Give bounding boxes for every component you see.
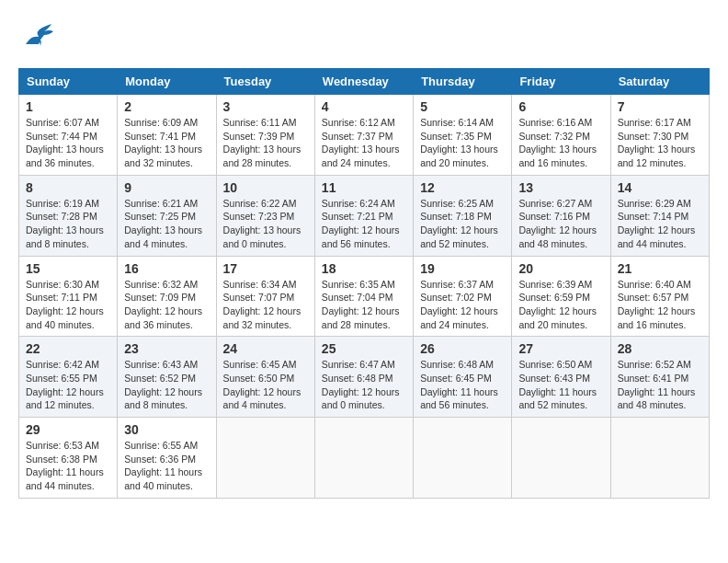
day-info: Sunrise: 6:47 AM Sunset: 6:48 PM Dayligh…: [322, 358, 406, 412]
page-header: [18, 18, 710, 59]
calendar-week-2: 8Sunrise: 6:19 AM Sunset: 7:28 PM Daylig…: [19, 175, 710, 256]
day-number: 3: [223, 99, 308, 114]
calendar-cell: 12Sunrise: 6:25 AM Sunset: 7:18 PM Dayli…: [414, 175, 512, 256]
calendar-cell: 6Sunrise: 6:16 AM Sunset: 7:32 PM Daylig…: [512, 95, 610, 176]
calendar-cell: [314, 418, 413, 499]
calendar-cell: 3Sunrise: 6:11 AM Sunset: 7:39 PM Daylig…: [216, 95, 314, 176]
calendar-cell: 28Sunrise: 6:52 AM Sunset: 6:41 PM Dayli…: [610, 337, 709, 418]
day-number: 29: [26, 422, 110, 437]
calendar-cell: 10Sunrise: 6:22 AM Sunset: 7:23 PM Dayli…: [216, 175, 314, 256]
calendar-week-3: 15Sunrise: 6:30 AM Sunset: 7:11 PM Dayli…: [19, 256, 710, 337]
day-info: Sunrise: 6:16 AM Sunset: 7:32 PM Dayligh…: [518, 116, 603, 170]
calendar-cell: 17Sunrise: 6:34 AM Sunset: 7:07 PM Dayli…: [216, 256, 314, 337]
calendar-cell: [216, 418, 314, 499]
calendar-header-saturday: Saturday: [610, 69, 709, 95]
day-number: 6: [518, 99, 603, 114]
day-info: Sunrise: 6:19 AM Sunset: 7:28 PM Dayligh…: [26, 197, 110, 251]
day-number: 5: [420, 99, 505, 114]
day-info: Sunrise: 6:32 AM Sunset: 7:09 PM Dayligh…: [124, 278, 209, 332]
calendar-cell: 30Sunrise: 6:55 AM Sunset: 6:36 PM Dayli…: [118, 418, 216, 499]
calendar-cell: 9Sunrise: 6:21 AM Sunset: 7:25 PM Daylig…: [118, 175, 216, 256]
calendar-cell: 2Sunrise: 6:09 AM Sunset: 7:41 PM Daylig…: [118, 95, 216, 176]
calendar-header-friday: Friday: [512, 69, 610, 95]
calendar-cell: [512, 418, 610, 499]
day-number: 24: [223, 341, 308, 356]
day-info: Sunrise: 6:40 AM Sunset: 6:57 PM Dayligh…: [618, 278, 702, 332]
logo-icon: [18, 18, 59, 59]
calendar-header-wednesday: Wednesday: [314, 69, 413, 95]
calendar-cell: 5Sunrise: 6:14 AM Sunset: 7:35 PM Daylig…: [414, 95, 512, 176]
calendar-cell: 23Sunrise: 6:43 AM Sunset: 6:52 PM Dayli…: [118, 337, 216, 418]
calendar-header-tuesday: Tuesday: [216, 69, 314, 95]
calendar-cell: [610, 418, 709, 499]
calendar-header-sunday: Sunday: [19, 69, 118, 95]
day-number: 1: [26, 99, 110, 114]
day-number: 4: [322, 99, 406, 114]
day-number: 9: [124, 180, 209, 195]
day-number: 25: [322, 341, 406, 356]
day-number: 22: [26, 341, 110, 356]
calendar-cell: 21Sunrise: 6:40 AM Sunset: 6:57 PM Dayli…: [610, 256, 709, 337]
day-number: 14: [618, 180, 702, 195]
day-info: Sunrise: 6:43 AM Sunset: 6:52 PM Dayligh…: [124, 358, 209, 412]
day-number: 21: [618, 261, 702, 276]
calendar-cell: 29Sunrise: 6:53 AM Sunset: 6:38 PM Dayli…: [19, 418, 118, 499]
day-info: Sunrise: 6:12 AM Sunset: 7:37 PM Dayligh…: [322, 116, 406, 170]
calendar-table: SundayMondayTuesdayWednesdayThursdayFrid…: [18, 68, 710, 499]
day-info: Sunrise: 6:17 AM Sunset: 7:30 PM Dayligh…: [618, 116, 702, 170]
day-number: 16: [124, 261, 209, 276]
day-info: Sunrise: 6:07 AM Sunset: 7:44 PM Dayligh…: [26, 116, 110, 170]
day-number: 20: [518, 261, 603, 276]
calendar-cell: 14Sunrise: 6:29 AM Sunset: 7:14 PM Dayli…: [610, 175, 709, 256]
day-info: Sunrise: 6:39 AM Sunset: 6:59 PM Dayligh…: [518, 278, 603, 332]
day-number: 8: [26, 180, 110, 195]
calendar-cell: 27Sunrise: 6:50 AM Sunset: 6:43 PM Dayli…: [512, 337, 610, 418]
calendar-week-4: 22Sunrise: 6:42 AM Sunset: 6:55 PM Dayli…: [19, 337, 710, 418]
calendar-cell: 26Sunrise: 6:48 AM Sunset: 6:45 PM Dayli…: [414, 337, 512, 418]
calendar-header-thursday: Thursday: [414, 69, 512, 95]
day-number: 19: [420, 261, 505, 276]
day-info: Sunrise: 6:42 AM Sunset: 6:55 PM Dayligh…: [26, 358, 110, 412]
calendar-cell: 19Sunrise: 6:37 AM Sunset: 7:02 PM Dayli…: [414, 256, 512, 337]
calendar-week-1: 1Sunrise: 6:07 AM Sunset: 7:44 PM Daylig…: [19, 95, 710, 176]
day-info: Sunrise: 6:21 AM Sunset: 7:25 PM Dayligh…: [124, 197, 209, 251]
day-number: 30: [124, 422, 209, 437]
calendar-header-row: SundayMondayTuesdayWednesdayThursdayFrid…: [19, 69, 710, 95]
calendar-cell: 1Sunrise: 6:07 AM Sunset: 7:44 PM Daylig…: [19, 95, 118, 176]
calendar-cell: 8Sunrise: 6:19 AM Sunset: 7:28 PM Daylig…: [19, 175, 118, 256]
calendar-cell: 20Sunrise: 6:39 AM Sunset: 6:59 PM Dayli…: [512, 256, 610, 337]
day-info: Sunrise: 6:34 AM Sunset: 7:07 PM Dayligh…: [223, 278, 308, 332]
calendar-header-monday: Monday: [118, 69, 216, 95]
day-info: Sunrise: 6:11 AM Sunset: 7:39 PM Dayligh…: [223, 116, 308, 170]
day-info: Sunrise: 6:25 AM Sunset: 7:18 PM Dayligh…: [420, 197, 505, 251]
day-info: Sunrise: 6:48 AM Sunset: 6:45 PM Dayligh…: [420, 358, 505, 412]
logo: [18, 18, 63, 59]
calendar-cell: 11Sunrise: 6:24 AM Sunset: 7:21 PM Dayli…: [314, 175, 413, 256]
day-number: 7: [618, 99, 702, 114]
day-number: 28: [618, 341, 702, 356]
day-number: 26: [420, 341, 505, 356]
day-info: Sunrise: 6:27 AM Sunset: 7:16 PM Dayligh…: [518, 197, 603, 251]
calendar-cell: [414, 418, 512, 499]
day-info: Sunrise: 6:55 AM Sunset: 6:36 PM Dayligh…: [124, 439, 209, 493]
day-info: Sunrise: 6:22 AM Sunset: 7:23 PM Dayligh…: [223, 197, 308, 251]
calendar-cell: 25Sunrise: 6:47 AM Sunset: 6:48 PM Dayli…: [314, 337, 413, 418]
day-info: Sunrise: 6:53 AM Sunset: 6:38 PM Dayligh…: [26, 439, 110, 493]
day-number: 18: [322, 261, 406, 276]
calendar-week-5: 29Sunrise: 6:53 AM Sunset: 6:38 PM Dayli…: [19, 418, 710, 499]
day-info: Sunrise: 6:50 AM Sunset: 6:43 PM Dayligh…: [518, 358, 603, 412]
day-number: 23: [124, 341, 209, 356]
day-info: Sunrise: 6:29 AM Sunset: 7:14 PM Dayligh…: [618, 197, 702, 251]
calendar-cell: 15Sunrise: 6:30 AM Sunset: 7:11 PM Dayli…: [19, 256, 118, 337]
day-info: Sunrise: 6:52 AM Sunset: 6:41 PM Dayligh…: [618, 358, 702, 412]
day-number: 10: [223, 180, 308, 195]
day-info: Sunrise: 6:14 AM Sunset: 7:35 PM Dayligh…: [420, 116, 505, 170]
calendar-cell: 7Sunrise: 6:17 AM Sunset: 7:30 PM Daylig…: [610, 95, 709, 176]
day-number: 11: [322, 180, 406, 195]
day-number: 17: [223, 261, 308, 276]
day-number: 12: [420, 180, 505, 195]
calendar-cell: 22Sunrise: 6:42 AM Sunset: 6:55 PM Dayli…: [19, 337, 118, 418]
day-number: 27: [518, 341, 603, 356]
calendar-cell: 13Sunrise: 6:27 AM Sunset: 7:16 PM Dayli…: [512, 175, 610, 256]
day-info: Sunrise: 6:24 AM Sunset: 7:21 PM Dayligh…: [322, 197, 406, 251]
